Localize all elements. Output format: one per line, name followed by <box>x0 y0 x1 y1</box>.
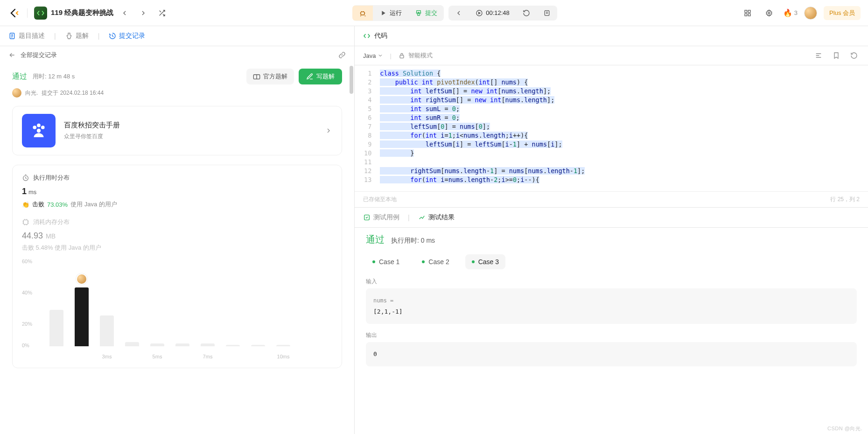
author-name: 向光. <box>25 89 38 97</box>
smart-mode[interactable]: 智能模式 <box>398 51 433 60</box>
save-status: 已存储至本地 <box>363 196 397 203</box>
svg-point-10 <box>37 124 41 127</box>
format-button[interactable] <box>813 50 824 61</box>
x-axis-tick: 5ms <box>150 354 164 359</box>
write-solution-label: 写题解 <box>316 72 335 81</box>
beat-suffix: 使用 Java 的用户 <box>70 200 117 209</box>
case-tabs: Case 1Case 2Case 3 <box>366 254 857 269</box>
bar[interactable] <box>150 343 164 346</box>
official-solution-button[interactable]: 官方题解 <box>246 69 294 84</box>
test-result-header: 通过 执行用时: 0 ms <box>366 233 857 246</box>
reset-code-button[interactable] <box>848 50 860 61</box>
tab-test-results[interactable]: 测试结果 <box>418 213 455 222</box>
editor-statusbar: 已存储至本地 行 25，列 2 <box>355 191 868 208</box>
submit-button[interactable]: 提交 <box>408 5 444 21</box>
bar[interactable] <box>201 343 215 346</box>
bar[interactable] <box>226 345 240 346</box>
run-button[interactable]: 运行 <box>373 5 408 21</box>
solution-buttons: 官方题解 写题解 <box>246 69 342 84</box>
bar[interactable] <box>49 310 63 346</box>
tab-description[interactable]: 题目描述 <box>8 32 45 40</box>
bars <box>48 261 328 346</box>
exec-beat-row: 👏击败 73.03% 使用 Java 的用户 <box>22 200 332 209</box>
back-button[interactable] <box>8 51 16 59</box>
runtime-bar-chart: 3ms5ms7ms10ms 60%40%20%0% <box>22 261 332 359</box>
separator: | <box>390 52 391 59</box>
x-labels: 3ms5ms7ms10ms <box>48 354 328 359</box>
exec-unit: ms <box>28 189 36 196</box>
streak-counter[interactable]: 🔥3 <box>783 8 798 17</box>
status-dot-icon <box>472 260 475 263</box>
svg-rect-3 <box>745 10 747 13</box>
main: 题目描述 | 题解 | 提交记录 全部提交记录 通过 用时: 12 m 48 s… <box>0 26 868 434</box>
beat-percent: 73.03% <box>47 201 68 208</box>
shuffle-button[interactable] <box>154 6 169 21</box>
debug-button[interactable] <box>352 6 373 21</box>
write-solution-button[interactable]: 写题解 <box>299 69 342 84</box>
settings-button[interactable] <box>762 6 777 21</box>
promo-card[interactable]: 百度秋招突击手册 众里寻你签百度 <box>12 106 342 155</box>
input-var-label: nums = <box>373 295 849 306</box>
svg-point-11 <box>41 126 45 129</box>
smart-mode-label: 智能模式 <box>408 51 433 60</box>
bar[interactable] <box>251 345 265 346</box>
user-avatar[interactable] <box>804 7 817 20</box>
x-axis-tick: 7ms <box>201 354 215 359</box>
layout-button[interactable] <box>740 6 755 21</box>
exec-time-title: 执行用时分布 <box>22 174 332 182</box>
x-axis-tick: 3ms <box>100 354 114 359</box>
status-dot-icon <box>422 260 425 263</box>
bar[interactable] <box>75 287 89 346</box>
timer-reset-button[interactable] <box>516 6 537 21</box>
left-pane: 题目描述 | 题解 | 提交记录 全部提交记录 通过 用时: 12 m 48 s… <box>0 26 355 434</box>
tab-submissions[interactable]: 提交记录 <box>109 32 145 40</box>
mem-value: 44.93MB <box>22 231 332 241</box>
plus-badge[interactable]: Plus 会员 <box>824 6 861 20</box>
watermark: CSDN @向光. <box>827 425 862 432</box>
svg-rect-4 <box>748 10 750 13</box>
timer-back-button[interactable] <box>448 6 469 21</box>
x-axis-tick <box>226 354 240 359</box>
case-tab-3[interactable]: Case 3 <box>465 254 505 269</box>
prev-problem-button[interactable] <box>117 6 132 21</box>
streak-count: 3 <box>794 9 798 16</box>
bar[interactable] <box>100 315 114 346</box>
bookmark-button[interactable] <box>831 50 842 61</box>
svg-rect-6 <box>748 14 750 16</box>
scrollbar[interactable] <box>350 66 353 94</box>
test-runtime: 执行用时: 0 ms <box>391 237 435 245</box>
tab-submissions-label: 提交记录 <box>119 32 145 40</box>
svg-rect-0 <box>361 12 364 15</box>
tab-solutions[interactable]: 题解 <box>65 32 89 40</box>
bar[interactable] <box>175 343 189 346</box>
all-submissions-link[interactable]: 全部提交记录 <box>21 51 57 59</box>
bar-area <box>48 261 328 346</box>
exec-value: 1 <box>22 187 27 196</box>
case-tab-2[interactable]: Case 2 <box>415 254 455 269</box>
y-axis-tick: 60% <box>22 259 32 264</box>
user-marker-icon <box>76 273 87 285</box>
run-submit-group: 运行 提交 <box>352 5 444 21</box>
notes-button[interactable] <box>537 6 557 21</box>
site-logo-icon[interactable] <box>7 7 21 20</box>
bar[interactable] <box>276 345 290 346</box>
status-pass: 通过 <box>12 72 27 82</box>
clap-icon: 👏 <box>22 201 29 208</box>
timer-display[interactable]: 00:12:48 <box>469 6 516 21</box>
language-selector[interactable]: Java <box>363 52 383 59</box>
code-editor[interactable]: 12345678910111213 class Solution { publi… <box>355 65 868 191</box>
separator <box>27 8 28 18</box>
y-axis-tick: 20% <box>22 321 32 327</box>
case-tab-1[interactable]: Case 1 <box>366 254 406 269</box>
tab-test-results-label: 测试结果 <box>428 213 455 222</box>
x-axis-tick <box>49 354 63 359</box>
baidu-icon <box>22 114 56 147</box>
test-pass-status: 通过 <box>366 233 385 246</box>
mem-title: 消耗内存分布 <box>22 218 332 226</box>
separator: | <box>98 32 100 40</box>
share-link-icon[interactable] <box>338 51 346 59</box>
tab-test-cases[interactable]: 测试用例 <box>363 213 399 222</box>
code-header-label: 代码 <box>374 32 387 40</box>
next-problem-button[interactable] <box>136 6 151 21</box>
bar[interactable] <box>125 342 139 346</box>
